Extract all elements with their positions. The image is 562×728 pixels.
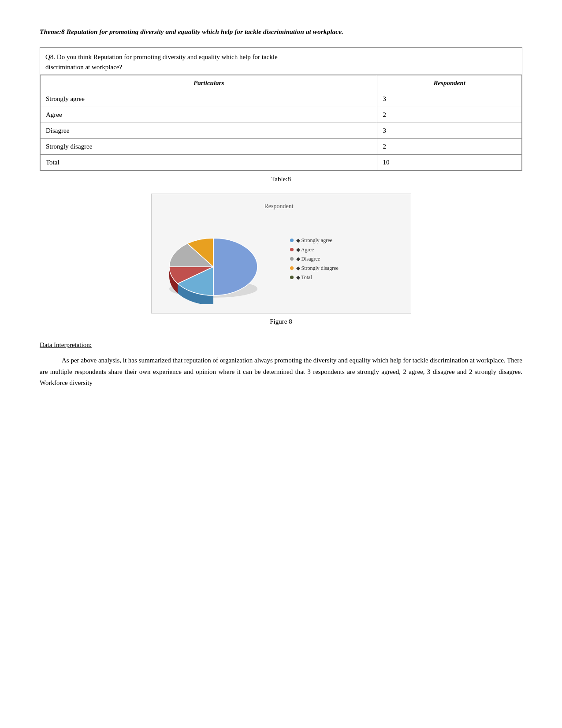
legend-item: ◆ Strongly agree: [290, 237, 339, 244]
interpretation-text: As per above analysis, it has summarized…: [40, 355, 522, 389]
legend-label: ◆ Agree: [296, 246, 314, 253]
legend-item: ◆ Agree: [290, 246, 339, 253]
table-cell-label: Agree: [41, 107, 377, 123]
data-interpretation-heading: Data Interpretation:: [40, 341, 522, 349]
legend-item: ◆ Disagree: [290, 256, 339, 262]
legend-dot: [290, 266, 294, 270]
table-cell-label: Strongly disagree: [41, 139, 377, 155]
legend-item: ◆ Total: [290, 274, 339, 281]
table-cell-label: Strongly agree: [41, 91, 377, 107]
col1-header: Particulars: [41, 75, 377, 91]
legend-item: ◆ Strongly disagree: [290, 265, 339, 272]
legend-label: ◆ Strongly disagree: [296, 265, 339, 272]
question-box: Q8. Do you think Reputation for promotin…: [40, 47, 522, 171]
legend-dot: [290, 257, 294, 261]
legend-label: ◆ Strongly agree: [296, 237, 332, 244]
legend-dot: [290, 239, 294, 242]
table-cell-value: 2: [377, 139, 522, 155]
table-cell-value: 3: [377, 123, 522, 139]
table-cell-label: Disagree: [41, 123, 377, 139]
table-caption: Table:8: [40, 175, 522, 183]
table-cell-label: Total: [41, 155, 377, 171]
pie-chart: [156, 216, 279, 304]
question-text: Q8. Do you think Reputation for promotin…: [40, 48, 522, 75]
legend-label: ◆ Total: [296, 274, 312, 281]
table-cell-value: 2: [377, 107, 522, 123]
legend-label: ◆ Disagree: [296, 256, 320, 262]
table-cell-value: 10: [377, 155, 522, 171]
theme-title: Theme:8 Reputation for promoting diversi…: [40, 26, 522, 37]
chart-inner: ◆ Strongly agree◆ Agree◆ Disagree◆ Stron…: [156, 216, 402, 304]
data-table: Particulars Respondent Strongly agree3Ag…: [40, 75, 522, 171]
chart-container: Respondent ◆ Strongly agree◆ Agree◆ Disa…: [151, 194, 411, 314]
col2-header: Respondent: [377, 75, 522, 91]
pie-svg: [156, 216, 271, 304]
chart-title: Respondent: [156, 203, 402, 210]
table-cell-value: 3: [377, 91, 522, 107]
chart-legend: ◆ Strongly agree◆ Agree◆ Disagree◆ Stron…: [290, 237, 339, 284]
figure-caption: Figure 8: [40, 318, 522, 325]
legend-dot: [290, 248, 294, 251]
legend-dot: [290, 276, 294, 279]
